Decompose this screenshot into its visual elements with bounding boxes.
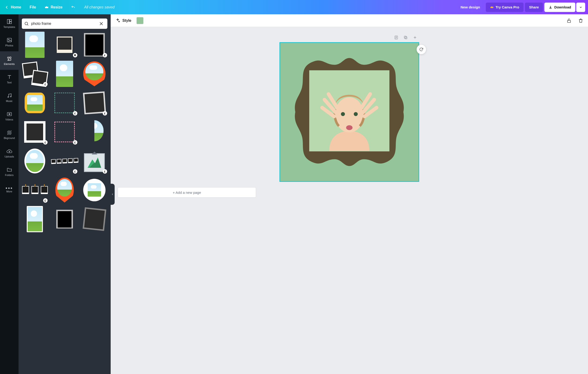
background-icon [7, 130, 12, 135]
crown-icon [44, 5, 49, 9]
frame-thumb[interactable]: £ [81, 32, 108, 58]
rail-templates[interactable]: Templates [0, 14, 19, 33]
price-badge: £ [73, 169, 77, 174]
chevron-left-icon [5, 5, 9, 9]
color-swatch[interactable] [136, 17, 144, 24]
svg-point-33 [346, 125, 352, 130]
regenerate-button[interactable] [417, 45, 426, 54]
frame-thumb[interactable]: £ [52, 90, 78, 116]
svg-rect-6 [10, 57, 11, 58]
frame-thumb[interactable]: £ [22, 177, 48, 203]
try-pro-label: Try Canva Pro [496, 5, 519, 9]
add-page-button[interactable]: + Add a new page [118, 187, 256, 197]
price-badge: £ [73, 140, 77, 145]
workspace: Style [111, 14, 588, 374]
chevron-left-icon [111, 193, 114, 196]
panel-collapse-button[interactable] [110, 184, 115, 205]
uploads-icon [7, 148, 12, 154]
home-button[interactable]: Home [1, 3, 25, 12]
rail-templates-label: Templates [3, 26, 15, 28]
search-clear-button[interactable] [97, 21, 105, 26]
elements-panel: ♛ £ £ £ £ £ £ £ £ £ [19, 14, 111, 374]
frame-thumb[interactable] [81, 61, 108, 87]
svg-point-7 [8, 96, 9, 97]
download-icon [549, 5, 552, 9]
price-badge: £ [73, 111, 77, 115]
photo-frame-element[interactable] [293, 56, 406, 168]
frame-thumb[interactable]: £ [22, 61, 48, 87]
frame-thumb[interactable] [52, 206, 78, 232]
frame-thumb[interactable] [52, 61, 78, 87]
rail-more-label: More [6, 190, 12, 193]
svg-rect-0 [7, 20, 9, 24]
svg-rect-15 [567, 21, 571, 22]
page-actions [280, 34, 419, 41]
download-more-button[interactable] [576, 3, 585, 12]
frame-thumb[interactable] [81, 119, 108, 145]
svg-point-8 [10, 96, 11, 97]
share-button[interactable]: Share [525, 3, 543, 12]
rail-music-label: Music [6, 100, 13, 102]
rail-music[interactable]: Music [0, 88, 19, 107]
templates-icon [7, 19, 12, 24]
svg-marker-10 [9, 114, 10, 115]
trash-icon [578, 18, 583, 23]
frame-thumb[interactable] [22, 206, 48, 232]
canvas-page[interactable] [280, 43, 419, 181]
frame-thumb[interactable] [52, 177, 78, 203]
page-notes-button[interactable] [393, 34, 400, 41]
frame-thumb[interactable]: £ [81, 148, 108, 174]
search-field [22, 19, 107, 29]
photos-icon [7, 37, 12, 43]
rail-uploads[interactable]: Uploads [0, 144, 19, 162]
frame-thumb[interactable]: ♛ [52, 32, 78, 58]
download-button[interactable]: Download [544, 3, 575, 12]
rail-folders[interactable]: Folders [0, 162, 19, 181]
new-design-button[interactable]: New design [456, 3, 484, 12]
undo-button[interactable] [67, 3, 79, 12]
svg-rect-1 [10, 20, 11, 21]
rail-photos[interactable]: Photos [0, 33, 19, 51]
main-area: Templates Photos Elements Text Music Vid… [0, 14, 588, 374]
frame-thumb[interactable]: £ [52, 119, 78, 145]
resize-button[interactable]: Resize [41, 3, 66, 12]
chevron-down-icon [579, 6, 582, 9]
lock-button[interactable] [565, 17, 573, 25]
plus-icon [413, 35, 417, 40]
search-input[interactable] [31, 21, 96, 26]
style-button[interactable]: Style [114, 18, 133, 23]
frame-thumb[interactable] [22, 32, 48, 58]
rail-more[interactable]: ••• More [0, 181, 19, 199]
header-left: Home File Resize All changes saved [1, 3, 115, 12]
app-header: Home File Resize All changes saved New d… [0, 0, 588, 14]
page-duplicate-button[interactable] [402, 34, 409, 41]
photo-content[interactable] [309, 70, 389, 151]
frame-thumb[interactable] [22, 148, 48, 174]
rail-uploads-label: Uploads [4, 155, 14, 158]
rail-text-label: Text [7, 81, 11, 84]
frame-thumb[interactable]: £ [22, 119, 48, 145]
rail-elements[interactable]: Elements [0, 51, 19, 70]
canvas-scroll[interactable]: + Add a new page [111, 27, 588, 374]
frame-thumb[interactable] [81, 177, 108, 203]
rail-background[interactable]: Bkground [0, 125, 19, 144]
svg-rect-18 [404, 36, 406, 38]
page-add-button[interactable] [411, 34, 419, 41]
refresh-icon [419, 47, 424, 52]
try-pro-button[interactable]: Try Canva Pro [486, 3, 524, 12]
more-icon: ••• [5, 187, 13, 189]
delete-button[interactable] [577, 17, 585, 25]
frame-thumb[interactable] [81, 206, 108, 232]
frame-thumb[interactable]: £ [52, 148, 78, 174]
price-badge: £ [103, 169, 107, 174]
rail-text[interactable]: Text [0, 70, 19, 88]
price-badge: £ [103, 111, 107, 115]
folders-icon [7, 167, 12, 172]
rail-videos[interactable]: Videos [0, 107, 19, 125]
file-menu[interactable]: File [26, 3, 40, 12]
frame-thumb[interactable] [22, 90, 48, 116]
rail-folders-label: Folders [5, 174, 14, 177]
download-group: Download [544, 3, 585, 12]
elements-results[interactable]: ♛ £ £ £ £ £ £ £ £ £ [19, 31, 111, 374]
frame-thumb[interactable]: £ [81, 90, 108, 116]
